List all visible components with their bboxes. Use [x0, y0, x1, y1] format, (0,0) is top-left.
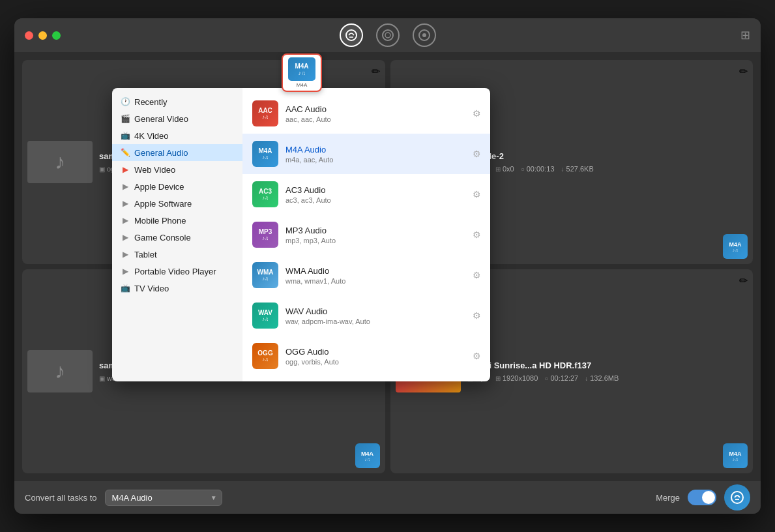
edit-pencil-icon[interactable]: ✏	[372, 65, 380, 78]
format-details: AAC Audio aac, aac, Auto	[285, 104, 466, 123]
output-format-badge: M4A ♪♫	[355, 443, 380, 468]
category-web-video[interactable]: ▶ Web Video	[112, 161, 242, 178]
merge-toggle[interactable]	[688, 490, 716, 505]
category-portable-video[interactable]: ▶ Portable Video Player	[112, 263, 242, 280]
format-details: WAV Audio wav, adpcm-ima-wav, Auto	[285, 306, 466, 325]
format-name: AAC Audio	[285, 104, 466, 114]
settings-icon[interactable]: ⚙	[473, 351, 481, 361]
edit-tab-icon[interactable]	[376, 23, 400, 47]
format-panel: AAC ♪♫ AAC Audio aac, aac, Auto ⚙	[242, 88, 490, 381]
media-info: miami Sunrise...a HD HDR.f137 ▣ mp4 ⊞ 19…	[467, 361, 748, 382]
format-item-ac3[interactable]: AC3 ♪♫ AC3 Audio ac3, ac3, Auto ⚙	[242, 174, 490, 214]
tv-icon: 📺	[120, 283, 130, 293]
format-name: OGG Audio	[285, 347, 466, 357]
ogg-badge: OGG ♪♫	[252, 343, 278, 369]
resolution-meta: ⊞ 0x0	[495, 165, 514, 173]
format-icon-wrap: WAV ♪♫	[252, 302, 279, 329]
apple-icon: ▶	[120, 181, 130, 192]
settings-icon[interactable]: ⚙	[473, 310, 481, 321]
resolution-meta: ⊞ 1920x1080	[495, 374, 538, 382]
category-label: General Video	[134, 114, 188, 124]
m4a-badge: M4A ♪♫	[252, 141, 278, 167]
category-label: Tablet	[134, 250, 157, 259]
apple-sw-icon: ▶	[120, 198, 130, 209]
format-exts: mp3, mp3, Auto	[285, 237, 466, 244]
duration-meta: ○ 00:00:13	[521, 165, 555, 173]
grid-view-icon[interactable]: ⊞	[740, 28, 750, 42]
category-panel: 🕐 Recently 🎬 General Video 📺 4K Video	[112, 88, 242, 381]
maximize-button[interactable]	[52, 31, 61, 40]
merge-label: Merge	[656, 493, 680, 503]
format-exts: ac3, ac3, Auto	[285, 196, 466, 204]
duration-meta: ○ 00:12:27	[544, 374, 578, 382]
music-note-icon: ♪	[55, 359, 65, 383]
category-apple-device[interactable]: ▶ Apple Device	[112, 178, 242, 195]
category-label: Web Video	[134, 165, 175, 175]
format-name: WAV Audio	[285, 306, 466, 316]
convert-tab-icon[interactable]	[340, 23, 363, 47]
tablet-icon: ▶	[120, 249, 130, 259]
format-item-wma[interactable]: WMA ♪♫ WMA Audio wma, wmav1, Auto ⚙	[242, 255, 490, 295]
format-name: WMA Audio	[285, 266, 466, 276]
category-game-console[interactable]: ▶ Game Console	[112, 229, 242, 246]
convert-button[interactable]	[724, 484, 750, 510]
category-tablet[interactable]: ▶ Tablet	[112, 246, 242, 263]
edit-pencil-icon[interactable]: ✏	[739, 65, 748, 78]
size-meta: ↓ 132.6MB	[585, 374, 619, 382]
minimize-button[interactable]	[38, 31, 47, 40]
title-bar-right: ⊞	[740, 28, 750, 42]
category-label: Mobile Phone	[134, 216, 186, 226]
format-item-aac[interactable]: AAC ♪♫ AAC Audio aac, aac, Auto ⚙	[242, 93, 490, 134]
media-title: miami Sunrise...a HD HDR.f137	[467, 361, 748, 370]
format-details: OGG Audio ogg, vorbis, Auto	[285, 347, 466, 366]
settings-icon[interactable]: ⚙	[473, 108, 481, 119]
settings-icon[interactable]: ⚙	[473, 229, 481, 240]
format-icon-wrap: M4A ♪♫	[252, 140, 279, 168]
movie-tab-icon[interactable]	[413, 23, 436, 47]
media-grid: ♪ sample-1 ▣ ogg ⊞ 0x0 ○	[14, 52, 761, 481]
format-exts: aac, aac, Auto	[285, 115, 466, 123]
format-item-wav[interactable]: WAV ♪♫ WAV Audio wav, adpcm-ima-wav, Aut…	[242, 295, 490, 336]
settings-icon[interactable]: ⚙	[473, 149, 481, 159]
settings-icon[interactable]: ⚙	[473, 270, 481, 280]
dropdown-container: 🕐 Recently 🎬 General Video 📺 4K Video	[112, 88, 490, 381]
category-mobile-phone[interactable]: ▶ Mobile Phone	[112, 212, 242, 229]
close-button[interactable]	[25, 31, 33, 40]
app-window: ⊞ ♪ sample-1 ▣ ogg ⊞	[14, 18, 761, 514]
edit-pencil-icon[interactable]: ✏	[739, 274, 748, 287]
category-recently[interactable]: 🕐 Recently	[112, 93, 242, 110]
title-bar: ⊞	[14, 18, 761, 52]
format-select[interactable]: M4A Audio AAC Audio AC3 Audio MP3 Audio …	[105, 490, 222, 506]
format-icon-wrap: OGG ♪♫	[252, 342, 279, 370]
category-label: Apple Device	[134, 182, 184, 192]
category-label: Portable Video Player	[134, 267, 216, 276]
category-apple-software[interactable]: ▶ Apple Software	[112, 195, 242, 212]
format-details: MP3 Audio mp3, mp3, Auto	[285, 226, 466, 244]
game-icon: ▶	[120, 232, 130, 243]
format-exts: m4a, aac, Auto	[285, 156, 466, 164]
bottom-right: Merge	[656, 484, 750, 510]
svg-point-0	[346, 30, 357, 40]
category-general-audio[interactable]: ✏️ General Audio	[112, 144, 242, 161]
format-details: AC3 Audio ac3, ac3, Auto	[285, 185, 466, 204]
bottom-bar: Convert all tasks to M4A Audio AAC Audio…	[14, 481, 761, 514]
media-meta: ▣ mp3 ⊞ 0x0 ○ 00:00:13 ↓	[467, 165, 748, 173]
category-label: 4K Video	[134, 131, 169, 141]
format-item-mp3[interactable]: MP3 ♪♫ MP3 Audio mp3, mp3, Auto ⚙	[242, 214, 490, 255]
format-item-m4a[interactable]: M4A ♪♫ M4A Audio m4a, aac, Auto ⚙	[242, 134, 490, 174]
settings-icon[interactable]: ⚙	[473, 189, 481, 200]
category-4k-video[interactable]: 📺 4K Video	[112, 127, 242, 144]
category-tv-video[interactable]: 📺 TV Video	[112, 280, 242, 297]
portable-icon: ▶	[120, 266, 130, 276]
mp3-badge: MP3 ♪♫	[252, 222, 278, 248]
format-item-ogg[interactable]: OGG ♪♫ OGG Audio ogg, vorbis, Auto ⚙	[242, 336, 490, 376]
svg-point-4	[422, 33, 426, 37]
video-icon: 🎬	[120, 113, 130, 124]
category-general-video[interactable]: 🎬 General Video	[112, 110, 242, 127]
category-label: Recently	[134, 97, 168, 107]
toggle-knob	[702, 491, 715, 504]
format-exts: wma, wmav1, Auto	[285, 277, 466, 285]
convert-all-label: Convert all tasks to	[25, 493, 97, 503]
category-label: TV Video	[134, 284, 169, 293]
svg-point-5	[731, 492, 743, 503]
